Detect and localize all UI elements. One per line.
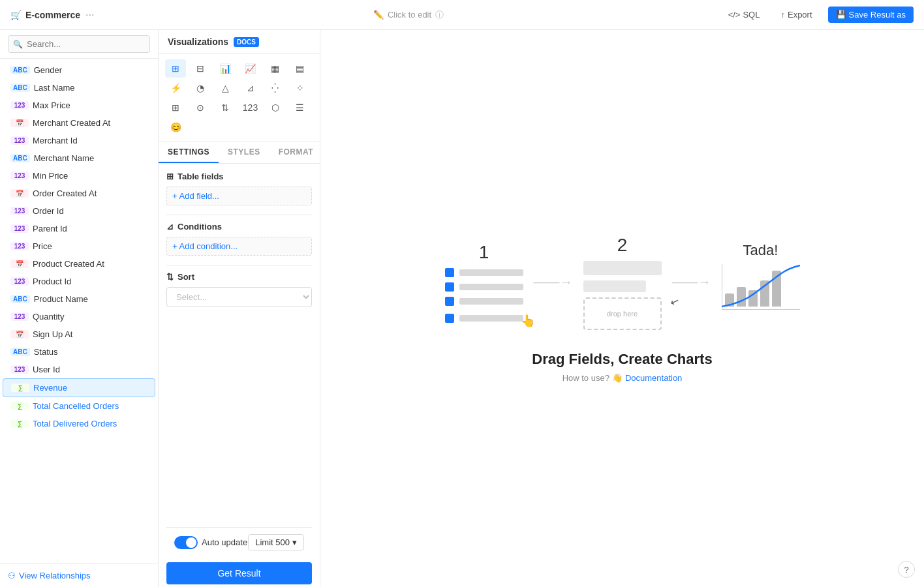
sort-icon-btn[interactable]: ⇅ (215, 98, 236, 117)
field-item[interactable]: 123 User Id ⠿ (3, 361, 155, 378)
docs-badge[interactable]: DOCS (234, 37, 259, 47)
pie-chart-icon-btn[interactable]: ◔ (190, 79, 211, 97)
auto-update-wrap: Auto update (174, 536, 247, 549)
grid-icon-btn[interactable]: ⊞ (165, 98, 186, 117)
field-item[interactable]: 123 Product Id ⠿ (3, 273, 155, 290)
topbar-actions: </> SQL ↑ Export 💾 Save Result as (723, 7, 914, 23)
drag-create-illustration: 1 👆 ——→ 2 (445, 235, 800, 383)
chart-preview (722, 264, 800, 323)
field-item-left: ABC Gender (10, 65, 62, 75)
bar-chart-icon-btn[interactable]: 📊 (215, 59, 236, 78)
area-chart-icon-btn[interactable]: ▤ (290, 59, 311, 78)
add-condition-button[interactable]: + Add condition... (166, 237, 312, 256)
field-item[interactable]: 123 Order Id ⠿ (3, 202, 155, 220)
divider-1 (166, 215, 312, 215)
viz-tab-format[interactable]: FORMAT (270, 142, 322, 163)
field-item[interactable]: ABC Last Name ⠿ (3, 79, 155, 97)
sort-select[interactable]: Select... (166, 287, 312, 307)
field-item[interactable]: 📅 Merchant Created At ⠿ (3, 114, 155, 132)
get-result-button[interactable]: Get Result (166, 562, 312, 584)
combo-chart-icon-btn[interactable]: ⚡ (165, 79, 186, 97)
field-item-left: 📅 Merchant Created At (10, 118, 110, 128)
field-item-left: 📅 Order Created At (10, 188, 97, 198)
view-relationships-button[interactable]: ⚇ View Relationships (8, 571, 150, 580)
bubble-icon-btn[interactable]: ⁘ (290, 79, 311, 97)
search-input[interactable] (8, 35, 150, 53)
steps-icon-btn[interactable]: ☰ (290, 98, 311, 117)
field-type-badge: 123 (10, 136, 29, 145)
table-icon: ⊞ (166, 172, 174, 181)
field-item[interactable]: ABC Merchant Name ⠿ (3, 149, 155, 167)
save-result-button[interactable]: 💾 Save Result as (828, 7, 914, 23)
help-button[interactable]: ? (898, 561, 915, 578)
chevron-down-icon: ▾ (292, 537, 297, 547)
field-item[interactable]: 123 Parent Id ⠿ (3, 220, 155, 237)
field-item-left: 123 Parent Id (10, 224, 67, 233)
field-item-left: 123 Product Id (10, 277, 71, 286)
sort-header: ⇅ Sort (166, 272, 312, 282)
more-menu-icon[interactable]: ··· (85, 9, 94, 21)
field-item[interactable]: 123 Max Price ⠿ (3, 97, 155, 114)
field-name: Last Name (34, 83, 75, 93)
viz-tab-settings[interactable]: SETTINGS (159, 142, 219, 163)
sql-icon: </> (728, 10, 741, 20)
field-type-badge: ABC (10, 348, 30, 356)
field-item[interactable]: ∑ Total Delivered Orders ⠿ (3, 415, 155, 432)
column-chart-icon-btn[interactable]: ▦ (265, 59, 286, 78)
field-item-left: 123 Order Id (10, 206, 64, 216)
field-type-badge: 123 (10, 312, 29, 321)
field-item[interactable]: 📅 Sign Up At ⠿ (3, 325, 155, 343)
field-type-badge: ABC (10, 295, 30, 303)
limit-button[interactable]: Limit 500 ▾ (248, 534, 304, 550)
field-name: Sign Up At (33, 329, 72, 339)
line-chart-icon-btn[interactable]: 📈 (240, 59, 261, 78)
heatmap-icon-btn[interactable]: ⁛ (265, 79, 286, 97)
field-item[interactable]: 📅 Order Created At ⠿ (3, 185, 155, 202)
funnel-icon-btn[interactable]: △ (215, 79, 236, 97)
export-button[interactable]: ↑ Export (775, 7, 817, 22)
field-type-badge: ∑ (11, 384, 29, 392)
flow-diagram: 1 👆 ——→ 2 (445, 235, 800, 330)
field-item[interactable]: ABC Gender ⠿ (3, 61, 155, 79)
divider-2 (166, 265, 312, 265)
main-canvas: 1 👆 ——→ 2 (320, 30, 924, 587)
auto-update-toggle[interactable] (174, 536, 198, 549)
field-item-left: 123 Max Price (10, 100, 70, 110)
field-name: Price (33, 241, 52, 251)
export-icon: ↑ (780, 10, 785, 20)
field-item[interactable]: 123 Quantity ⠿ (3, 308, 155, 325)
documentation-link[interactable]: Documentation (625, 373, 682, 383)
hex-icon-btn[interactable]: ⬡ (265, 98, 286, 117)
topbar: 🛒 E-commerce ··· ✏️ Click to edit ⓘ </> … (0, 0, 924, 30)
sql-button[interactable]: </> SQL (723, 7, 765, 22)
scatter-icon-btn[interactable]: ⊿ (240, 79, 261, 97)
field-type-badge: 123 (10, 242, 29, 250)
field-item[interactable]: 📅 Product Created At ⠿ (3, 255, 155, 273)
emoji-icon-btn[interactable]: 😊 (165, 118, 186, 136)
field-item-left: 📅 Sign Up At (10, 329, 72, 339)
field-name: Product Created At (33, 259, 104, 269)
info-icon: ⓘ (435, 9, 444, 21)
add-field-button[interactable]: + Add field... (166, 187, 312, 205)
viz-header: Visualizations DOCS (159, 30, 320, 54)
gauge-icon-btn[interactable]: ⊙ (190, 98, 211, 117)
viz-title: Visualizations (168, 37, 228, 47)
sort-icon: ⇅ (166, 272, 174, 282)
field-type-badge: ∑ (10, 419, 29, 428)
number-icon-btn[interactable]: 123 (240, 98, 261, 117)
field-item[interactable]: ∑ Total Cancelled Orders ⠿ (3, 397, 155, 415)
table-icon-btn[interactable]: ⊞ (165, 59, 186, 78)
hand-icon: 👋 (612, 373, 623, 383)
flow-step-2: 2 drop here ↙ (583, 235, 662, 330)
field-item[interactable]: ABC Status ⠿ (3, 343, 155, 361)
field-item[interactable]: 123 Merchant Id ⠿ (3, 132, 155, 149)
field-item[interactable]: ∑ Revenue ⠿ (3, 378, 155, 397)
pivot-icon-btn[interactable]: ⊟ (190, 59, 211, 78)
field-item[interactable]: 123 Min Price ⠿ (3, 167, 155, 185)
pencil-icon: ✏️ (373, 10, 384, 20)
viz-tab-styles[interactable]: STYLES (219, 142, 270, 163)
field-item[interactable]: 123 Price ⠿ (3, 237, 155, 255)
field-item[interactable]: ABC Product Name ⠿ (3, 290, 155, 308)
field-name: Gender (34, 65, 62, 75)
viz-tabs: SETTINGSSTYLESFORMAT (159, 142, 320, 164)
